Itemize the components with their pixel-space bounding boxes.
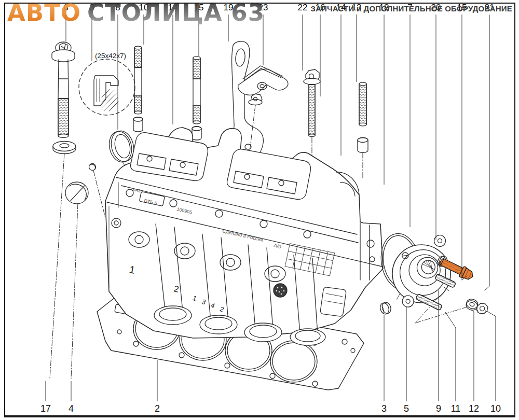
watermark-brand-gray: СТОЛИЦА 63 [87, 0, 265, 26]
page-title: ЗАПЧАСТИ и ДОПОЛНИТЕЛЬНОЕ ОБОРУДОВАНИЕ [311, 4, 512, 13]
watermark: АВТОСТОЛИЦА 63 [7, 0, 265, 26]
watermark-brand-orange: АВТО [7, 0, 81, 26]
parts-diagram-page: пАЗ ПТБ 6 100905 Сделано в России А/0 1 … [0, 0, 519, 420]
callout-lines [0, 0, 519, 420]
